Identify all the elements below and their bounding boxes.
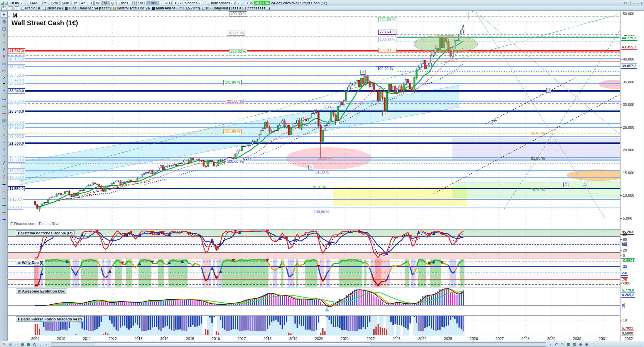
year-label: 2021 [341,337,349,341]
timeframe-button-Q[interactable]: Q [109,1,116,5]
indicators-more-button[interactable]: ▼ [235,1,241,5]
panel-tab-1[interactable]: ▦Willy Doc (t) [16,260,45,265]
segment-red-tool[interactable]: ▬ [1,110,7,117]
pause-feed-icon[interactable] [5,1,8,5]
zoom-area-tool[interactable]: ◱ [1,25,7,32]
rect-zone-blue-tool[interactable]: ▭ [1,61,7,67]
indicator-toggle-4[interactable]: Control Total Doc v.6 [112,6,151,10]
multi-pen-icon[interactable]: ✎ [2,342,7,347]
trendline-black-tool[interactable]: ╱ [1,159,7,166]
timeframe-button-1h[interactable]: 1h [72,1,79,5]
list-icon: ≣ [38,6,40,10]
line-circle-tool[interactable]: ⊶ [1,96,7,103]
rect-zone-red-tool[interactable]: ▭ [1,68,7,74]
zoom-in-icon[interactable]: ⊕ [584,342,589,347]
hline-darkgreen-tool[interactable]: ▬ [1,202,7,208]
fib-blue-tool[interactable]: F [1,46,7,53]
units-button-35kU[interactable]: 35kU [160,1,172,5]
collapse-toolbar-button[interactable]: ^ [1,6,6,10]
time-axis[interactable]: 2009201020112012201320142015201620172018… [8,336,620,341]
chart-canvas[interactable] [0,0,644,347]
add-chart-icon[interactable]: ⊞ [566,342,571,347]
ellipse-lightgreen-tool[interactable]: ○ [1,152,7,159]
arrow-tool[interactable]: ↗ [1,75,7,81]
segment-green-tool[interactable]: ▬ [1,103,7,110]
word-doc-icon[interactable]: W [32,342,37,347]
alarm-pointer-tool[interactable]: ⚑ [1,32,7,39]
indicator-toggle-5[interactable]: Multi Avisos (3 f 3 1,5 70 f f) [151,6,201,10]
undo-icon[interactable]: ↶ [554,342,559,347]
panel-tab-3[interactable]: ▮Barra Fuerza Fondo Mercado v4 (f) [16,316,84,322]
collapse-left-icon[interactable]: « [38,342,43,347]
share-icon[interactable]: ⋔ [8,342,13,347]
ruler-tool[interactable]: ▨ [1,117,7,124]
units-button-10kU[interactable]: 10kU [147,1,159,5]
hline-red-tool[interactable]: ▬ [1,209,7,216]
timeframe-button-D[interactable]: D [88,1,94,5]
symbol-selector[interactable]: DOW▼ [9,1,24,5]
table-icon[interactable]: ▦ [26,342,31,347]
period-dropdown[interactable]: 1 mes▼ [116,1,133,5]
year-label: 2024 [418,337,426,341]
zoom-tool[interactable]: ◎ [1,18,7,25]
sell-arrow-button[interactable]: ↓ [8,6,13,10]
panel-axis-tick: 40 [623,243,627,247]
text-tool[interactable]: T [1,82,7,88]
timeframe-button-56m[interactable]: 56m [60,1,71,5]
close-button[interactable]: × [641,1,643,5]
trendline-green-tool[interactable]: ╱ [1,166,7,173]
year-label: 2017 [238,337,246,341]
timeframe-button-1m[interactable]: 1m [40,1,48,5]
hline-green-tool[interactable]: ▬ [1,195,7,201]
pointer-tool[interactable]: ➤ [1,11,7,18]
checkbox-icon[interactable] [43,7,46,10]
hline-pink-tool[interactable]: ▬ [1,188,7,194]
channel-pattern-tool[interactable]: ∿ [1,124,7,131]
indicator-toggle-2[interactable]: Cierre (W) [42,6,64,10]
timeframe-button-144s[interactable]: 144s [28,1,39,5]
more-icon[interactable]: ∷ [590,342,595,347]
trendline-red-tool[interactable]: ╱ [1,174,7,180]
fib-red-tool[interactable]: F [1,53,7,60]
timeframe-button-M[interactable]: M [102,1,109,5]
price-axis[interactable]: 50.00045.00040.00035.00030.00025.00020.0… [620,11,644,341]
indicator-toggle-6[interactable]: DS_CotasHist (1 t t t 3 1 1 t f f f f f … [201,6,271,10]
units-button-5kU[interactable]: 5kU [136,1,146,5]
redo-icon[interactable]: ↷ [560,342,565,347]
hline-black-tool[interactable]: ▬ [1,181,7,187]
indicator-toggle-1[interactable]: ≣ [37,6,42,10]
ellipse-red-tool[interactable]: ○ [1,131,7,138]
price-tick: 20.000 [623,148,634,152]
zoom-out-icon[interactable]: ⊖ [578,342,583,347]
scroll-right-icon[interactable]: › [548,342,553,347]
indicator-icon [152,7,155,10]
units-dropdown[interactable]: 10 k unidades▼ [173,1,202,5]
zoom-sel-icon[interactable]: ⊡ [572,342,577,347]
comment-icon[interactable]: ▭ [14,342,19,347]
refresh-icon[interactable]: ⟳ [624,1,627,5]
scrollbar-thumb[interactable] [95,343,370,346]
panel-title: Barra Fuerza Fondo Mercado v4 (f) [21,317,82,321]
indicator-toggle-3[interactable]: Tunel Domenec v4 (t t t t t) [64,6,112,10]
hline-navy-tool[interactable]: ▬ [1,216,7,223]
timeframe-button-W[interactable]: W [94,1,101,5]
horizontal-scrollbar[interactable] [51,342,546,347]
indicator-toggle-0[interactable]: Precio [20,6,37,10]
panel-tab-0[interactable]: ▮Sistema de trenes Doc v4 (f f) [16,230,75,236]
buy-arrow-button[interactable]: ↑ [14,6,19,10]
checkbox-icon[interactable] [202,7,205,10]
ellipse-brown-tool[interactable]: ○ [1,138,7,145]
note-tool[interactable]: T [1,89,7,95]
indicators-button[interactable]: Indicadores▼ [206,1,235,5]
ellipse-darkgreen-tool[interactable]: ○ [1,145,7,152]
scroll-left-icon[interactable]: ‹ [44,342,49,347]
panel-tab-2[interactable]: ▦Awesome Evolution Doc [16,288,67,294]
minimize-button[interactable]: – [633,1,635,5]
checkbox-icon[interactable] [22,7,24,10]
info-button[interactable]: i [245,1,249,5]
alarm-tool[interactable]: ⚑ [1,39,7,46]
timeframe-button-4h[interactable]: 4h [80,1,87,5]
restore-button[interactable]: ▫ [637,1,639,5]
timeframe-button-12m[interactable]: 12m [49,1,59,5]
document-icon[interactable]: ▤ [20,342,25,347]
